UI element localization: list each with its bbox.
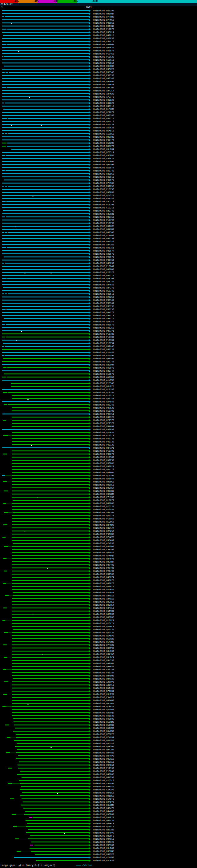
hit-label[interactable]: UniRef100_Q39743	[93, 361, 114, 363]
hit-bar-segment[interactable]	[12, 611, 89, 612]
hit-label[interactable]: UniRef100_Q42815	[93, 34, 114, 37]
hit-row[interactable]: UniRef100_P18960	[0, 382, 197, 385]
hit-row[interactable]: UniRef100_Q10709	[0, 409, 197, 412]
hit-bar-segment[interactable]	[12, 451, 89, 452]
hit-bar-segment[interactable]	[12, 715, 89, 716]
hit-bar-segment[interactable]	[2, 229, 89, 230]
hit-row[interactable]: UniRef100_P32764	[0, 259, 197, 262]
hit-bar-segment[interactable]	[8, 392, 89, 393]
hit-label[interactable]: UniRef100_O08183	[93, 114, 114, 117]
hit-row[interactable]: UniRef100_Q6AVK6	[0, 727, 197, 730]
hit-bar-segment[interactable]	[4, 404, 7, 405]
hit-row[interactable]: UniRef100_P49139	[0, 440, 197, 443]
hit-row[interactable]: UniRef100_P05161	[0, 302, 197, 305]
hit-bar-segment[interactable]	[2, 349, 89, 350]
hit-label[interactable]: UniRef100_Q3LFQ4	[93, 148, 114, 151]
hit-row[interactable]: UniRef100_Q9AVJ5	[0, 841, 197, 844]
hit-row[interactable]: UniRef100_Q4VWG6	[0, 810, 197, 813]
hit-row[interactable]: UniRef100_P12333	[0, 767, 197, 770]
hit-bar-segment[interactable]	[3, 608, 7, 609]
hit-row[interactable]: UniRef100_Q84P93	[0, 647, 197, 650]
hit-label[interactable]: UniRef100_B97055	[93, 185, 114, 188]
hit-row[interactable]: UniRef100_Q0JF82	[0, 613, 197, 616]
hit-bar-segment[interactable]	[2, 370, 89, 371]
hit-bar-segment[interactable]	[2, 238, 89, 239]
hit-row[interactable]: UniRef100_Q3EBC8	[0, 625, 197, 628]
hit-row[interactable]: UniRef100_P18566	[0, 517, 197, 520]
hit-bar-segment[interactable]	[2, 429, 89, 430]
hit-label[interactable]: UniRef100_Q39832	[93, 37, 114, 40]
hit-bar-segment[interactable]	[12, 534, 89, 534]
hit-row[interactable]: UniRef100_Q7F9I1	[0, 825, 197, 828]
hit-bar-segment[interactable]	[12, 475, 89, 476]
hit-bar-segment[interactable]	[2, 161, 89, 162]
hit-label[interactable]: UniRef100_P05346	[93, 241, 114, 243]
hit-label[interactable]: UniRef100_O04922	[93, 678, 114, 680]
hit-label[interactable]: UniRef100_Q2PEY3	[93, 801, 114, 803]
hit-label[interactable]: UniRef100_Q84ZR1	[93, 739, 114, 742]
hit-row[interactable]: UniRef100_Q40044	[0, 477, 197, 480]
hit-bar-segment[interactable]	[2, 105, 89, 106]
hit-label[interactable]: UniRef100_O9X0B5	[93, 65, 114, 67]
hit-label[interactable]: UniRef100_P26577	[93, 250, 114, 252]
hit-bar-segment[interactable]	[2, 284, 89, 285]
hit-row[interactable]: UniRef100_P05349	[0, 299, 197, 302]
hit-row[interactable]: UniRef100_Q9SHR7	[0, 560, 197, 563]
hit-row[interactable]: UniRef100_Q32904	[0, 363, 197, 366]
hit-row[interactable]: UniRef100_B4FQD8	[0, 545, 197, 548]
hit-bar-segment[interactable]	[2, 152, 89, 153]
hit-label[interactable]: UniRef100_Q9LRC4	[93, 656, 114, 659]
hit-row[interactable]: UniRef100_Q19N77	[0, 499, 197, 502]
hit-row[interactable]: UniRef100_Q40248	[0, 403, 197, 406]
hit-bar-segment[interactable]	[3, 694, 7, 695]
hit-row[interactable]: UniRef100_Q43832	[0, 262, 197, 265]
hit-row[interactable]: UniRef100_Q9S7J7	[0, 348, 197, 351]
hit-bar-segment[interactable]	[2, 72, 5, 73]
hit-label[interactable]: UniRef100_P13869	[93, 770, 114, 773]
hit-bar-segment[interactable]	[5, 16, 89, 17]
hit-bar-segment[interactable]	[5, 102, 89, 103]
hit-label[interactable]: UniRef100_P27523	[93, 407, 114, 409]
hit-bar-segment[interactable]	[2, 537, 5, 537]
hit-bar-segment[interactable]	[2, 352, 89, 353]
hit-row[interactable]: UniRef100_Q65XB0	[0, 638, 197, 641]
hit-row[interactable]: UniRef100_P24007	[0, 160, 197, 163]
hit-row[interactable]: UniRef100_P49131	[0, 437, 197, 440]
hit-bar-segment[interactable]	[8, 186, 89, 187]
hit-row[interactable]: UniRef100_Q9ZTP6	[0, 853, 197, 856]
hit-row[interactable]: UniRef100_A9NUX5	[0, 594, 197, 597]
hit-label[interactable]: UniRef100_Q502U5	[93, 142, 114, 145]
hit-label[interactable]: UniRef100_Q9SY97	[93, 358, 114, 360]
hit-row[interactable]: UniRef100_C6T9U4	[0, 610, 197, 613]
hit-bar-segment[interactable]	[2, 26, 89, 27]
hit-row[interactable]: UniRef100_Q8F1P1	[0, 446, 197, 450]
hit-row[interactable]: UniRef100_Q84ZR1	[0, 739, 197, 742]
hit-label[interactable]: UniRef100_Q84Y16	[93, 120, 114, 123]
hit-label[interactable]: UniRef100_P31333	[93, 74, 114, 77]
hit-bar-segment[interactable]	[12, 598, 89, 599]
hit-row[interactable]: UniRef100_B8LRS9	[0, 859, 197, 862]
hit-bar-segment[interactable]	[12, 632, 89, 633]
hit-label[interactable]: UniRef100_Q9LDQ7	[93, 847, 114, 849]
hit-bar-segment[interactable]	[12, 567, 89, 568]
hit-row[interactable]: UniRef100_A9PJN7	[0, 86, 197, 89]
hit-label[interactable]: UniRef100_A9FTZ7	[93, 317, 114, 320]
hit-bar-segment[interactable]	[12, 423, 89, 424]
hit-label[interactable]: UniRef100_P10796	[93, 188, 114, 191]
hit-bar-segment[interactable]	[12, 515, 89, 516]
hit-row[interactable]: UniRef100_P10797	[0, 219, 197, 222]
hit-label[interactable]: UniRef100_Q0DDG5	[93, 702, 114, 705]
hit-label[interactable]: UniRef100_P04715	[93, 117, 114, 120]
hit-row[interactable]: UniRef100_Q51874	[0, 166, 197, 169]
hit-label[interactable]: UniRef100_P00069	[93, 22, 114, 24]
hit-bar-segment[interactable]	[7, 278, 89, 279]
hit-label[interactable]: UniRef100_Q3ECQ9	[93, 712, 114, 714]
hit-row[interactable]: UniRef100_Q6YZB9	[0, 730, 197, 733]
hit-bar-segment[interactable]	[2, 207, 89, 208]
hit-bar-segment[interactable]	[12, 552, 89, 553]
hit-bar-segment[interactable]	[12, 672, 89, 673]
hit-row[interactable]: UniRef100_Q8V176	[0, 468, 197, 471]
hit-bar-segment[interactable]	[2, 278, 6, 279]
hit-row[interactable]: UniRef100_Q20253	[0, 296, 197, 299]
hit-bar-segment[interactable]	[2, 69, 89, 70]
